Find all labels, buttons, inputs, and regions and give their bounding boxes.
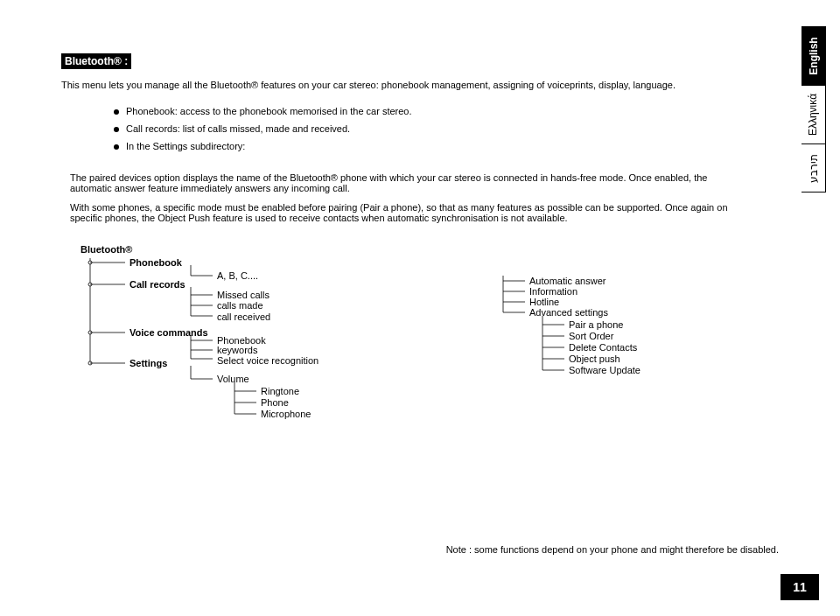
menu-tree: Bluetooth® xyxy=(61,244,779,437)
page-number: 11 xyxy=(780,574,819,600)
lang-english-label: English xyxy=(808,37,820,74)
tree-r2-sort: Sort Order xyxy=(569,331,613,341)
bullet-item: Phonebook: access to the phonebook memor… xyxy=(114,106,779,116)
tree-l3-microphone: Microphone xyxy=(261,409,311,419)
lang-hebrew-label: תירבע xyxy=(808,154,820,183)
bullet-icon xyxy=(114,109,119,115)
tree-r1-auto-answer: Automatic answer xyxy=(529,276,606,286)
tree-l2-volume: Volume xyxy=(217,374,249,384)
bullet-item: In the Settings subdirectory: xyxy=(114,141,779,151)
bullet-list: Phonebook: access to the phonebook memor… xyxy=(114,106,779,151)
section-title: Bluetooth® : xyxy=(61,53,131,69)
tree-root: Bluetooth® xyxy=(80,244,132,255)
tree-r2-pair: Pair a phone xyxy=(569,319,623,330)
tree-l1-phonebook: Phonebook xyxy=(130,257,182,268)
tree-r1-advanced: Advanced settings xyxy=(529,307,608,318)
paragraph: The paired devices option displays the n… xyxy=(70,172,744,193)
language-tabs: English Ελληνικά תירבע xyxy=(802,26,826,192)
lang-tab-english[interactable]: English xyxy=(802,26,826,86)
lang-tab-hebrew[interactable]: תירבע xyxy=(802,144,826,192)
tree-l1-call-records: Call records xyxy=(130,279,186,290)
lang-tab-greek[interactable]: Ελληνικά xyxy=(802,85,826,144)
tree-r2-object-push: Object push xyxy=(569,354,620,364)
tree-l3-phone: Phone xyxy=(261,397,289,408)
bullet-icon xyxy=(114,144,119,150)
page: English Ελληνικά תירבע Bluetooth® : This… xyxy=(0,0,840,616)
paragraph: With some phones, a specific mode must b… xyxy=(70,202,744,223)
bullet-icon xyxy=(114,127,119,132)
tree-r1-information: Information xyxy=(529,286,578,297)
tree-l2-abc: A, B, C.... xyxy=(217,270,258,281)
tree-l3-ringtone: Ringtone xyxy=(261,386,299,396)
tree-l2-missed: Missed calls xyxy=(217,290,270,300)
tree-l2-received: call received xyxy=(217,312,270,322)
tree-l2-select-voice: Select voice recognition xyxy=(217,355,318,366)
bullet-text: In the Settings subdirectory: xyxy=(126,141,245,151)
tree-r2-software: Software Update xyxy=(569,365,640,375)
tree-l1-voice-commands: Voice commands xyxy=(130,327,208,338)
bullet-text: Call records: list of calls missed, made… xyxy=(126,123,350,134)
footnote: Note : some functions depend on your pho… xyxy=(446,544,779,555)
bullet-item: Call records: list of calls missed, made… xyxy=(114,123,779,134)
tree-r2-delete: Delete Contacts xyxy=(569,342,637,353)
lang-greek-label: Ελληνικά xyxy=(808,94,820,136)
tree-l2-keywords: keywords xyxy=(217,345,257,355)
tree-l1-settings: Settings xyxy=(130,358,167,368)
intro-text: This menu lets you manage all the Blueto… xyxy=(61,80,691,90)
tree-r1-hotline: Hotline xyxy=(529,297,559,307)
bullet-text: Phonebook: access to the phonebook memor… xyxy=(126,106,412,116)
tree-l2-made: calls made xyxy=(217,300,263,311)
